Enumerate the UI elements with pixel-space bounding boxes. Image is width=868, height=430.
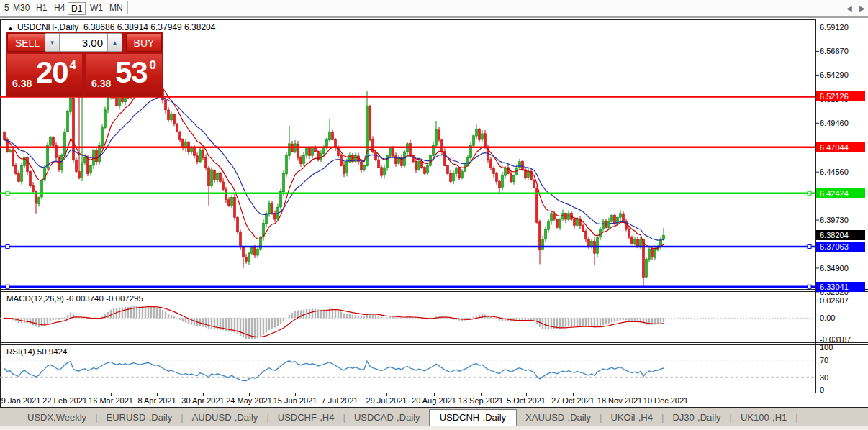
date-tick-label: 5 Oct 2021 — [507, 396, 546, 405]
date-tick-label: 10 Dec 2021 — [643, 396, 688, 405]
buy-price-prefix: 6.38 — [91, 78, 111, 89]
price-tag: 6.42424 — [816, 188, 865, 198]
date-tick-label: 22 Feb 2021 — [42, 396, 87, 405]
volume-increase-button[interactable]: ▲ — [107, 33, 122, 52]
tabs-scroll-right-icon[interactable]: ▶ — [859, 4, 865, 12]
axis-tick-label: 6.56670 — [820, 47, 867, 55]
axis-tick-label: 70 — [820, 356, 867, 365]
buy-button[interactable]: BUY — [126, 33, 162, 52]
axis-tick-label: 6.34900 — [820, 264, 867, 273]
tab-usdchf-h4[interactable]: USDCHF-,H4 — [269, 410, 343, 425]
tab-audusd-daily[interactable]: AUDUSD-,Daily — [184, 410, 267, 425]
date-tick-label: 24 May 2021 — [226, 396, 272, 405]
price-tag: 6.52126 — [816, 91, 865, 101]
axis-tick-label: 6.44560 — [820, 168, 867, 176]
volume-decrease-button[interactable]: ▼ — [45, 33, 60, 52]
price-tag: 6.33041 — [816, 282, 865, 292]
date-tick-label: 7 Jul 2021 — [322, 396, 358, 405]
axis-tick-label: 0 — [820, 385, 867, 394]
date-tick-label: 29 Jul 2021 — [366, 396, 407, 405]
sell-price-display[interactable]: 6.38 20 4 — [7, 54, 82, 96]
date-tick-label: 16 Mar 2021 — [89, 396, 133, 405]
date-tick-label: 27 Oct 2021 — [551, 396, 595, 405]
axis-tick-label: 100 — [820, 343, 867, 352]
tabs-scroll-left-icon[interactable]: ◀ — [846, 4, 852, 12]
axis-tick-label: 6.49460 — [820, 119, 867, 127]
date-tick-label: 20 Aug 2021 — [412, 396, 456, 405]
tab-separator: | — [795, 412, 797, 423]
status-strip — [0, 426, 868, 430]
axis-tick-label: 6.54290 — [820, 70, 867, 79]
tab-eurusd-daily[interactable]: EURUSD-,Daily — [98, 410, 181, 425]
buy-price-point: 0 — [150, 58, 156, 73]
tab-usdcnh-daily[interactable]: USDCNH-,Daily — [429, 409, 517, 426]
date-tick-label: 15 Jun 2021 — [273, 396, 317, 405]
tab-xauusd-daily[interactable]: XAUUSD-,Daily — [517, 410, 600, 425]
chart-header: ▲USDCNH-,Daily 6.38686 6.38914 6.37949 6… — [7, 22, 215, 32]
volume-input[interactable] — [60, 33, 107, 52]
chart-ohlc-values: 6.38686 6.38914 6.37949 6.38204 — [83, 22, 216, 32]
date-tick-label: 13 Sep 2021 — [458, 396, 503, 405]
tab-usdx-weekly[interactable]: USDX,Weekly — [19, 410, 95, 425]
date-tick-label: 8 Apr 2021 — [137, 396, 176, 405]
date-tick-label: 29 Jan 2021 — [0, 396, 40, 405]
axis-tick-label: 6.59120 — [820, 23, 867, 32]
sell-price-pips: 20 — [36, 55, 68, 90]
buy-price-display[interactable]: 6.38 53 0 — [86, 54, 162, 96]
spin-up-icon: ▲ — [112, 40, 118, 46]
trading-platform-window: 5M30H1H4D1W1MN ▲USDCNH-,Daily 6.38686 6.… — [0, 0, 868, 430]
date-tick-label: 30 Apr 2021 — [181, 396, 224, 405]
buy-price-pips: 53 — [115, 55, 148, 90]
sell-price-prefix: 6.38 — [12, 78, 32, 89]
price-tag: 6.37063 — [816, 242, 865, 252]
date-tick-label: 18 Nov 2021 — [597, 396, 642, 405]
chart-symbol-label: USDCNH-,Daily — [17, 22, 78, 32]
symbol-triangle-icon: ▲ — [7, 24, 14, 32]
price-tag: 6.38204 — [816, 230, 865, 240]
price-tag: 6.47044 — [816, 142, 865, 152]
spin-down-icon: ▼ — [50, 40, 55, 46]
one-click-trade-panel: SELL ▼ ▲ BUY 6.38 20 4 6.38 53 0 — [6, 32, 163, 97]
axis-tick-label: 0.00 — [820, 314, 867, 322]
axis-tick-label: 0.02607 — [820, 296, 867, 305]
sell-price-point: 4 — [70, 58, 76, 73]
symbol-tab-bar: USDX,Weekly|EURUSD-,Daily|AUDUSD-,Daily|… — [0, 408, 868, 426]
sell-button[interactable]: SELL — [7, 33, 48, 52]
tab-ukoil-h4[interactable]: UKOil-,H4 — [602, 410, 661, 425]
macd-indicator-label: MACD(12,26,9) -0.003740 -0.007295 — [6, 294, 143, 303]
tab-uk100-h1[interactable]: UK100-,H1 — [732, 410, 795, 425]
tab-dj30-daily[interactable]: DJ30-,Daily — [664, 410, 729, 425]
axis-tick-label: 30 — [820, 373, 867, 382]
axis-tick-label: 6.39730 — [820, 216, 867, 224]
rsi-indicator-label: RSI(14) 50.9424 — [6, 347, 67, 356]
tab-usdcad-daily[interactable]: USDCAD-,Daily — [345, 410, 429, 425]
trade-panel-controls: SELL ▼ ▲ BUY — [6, 33, 163, 52]
